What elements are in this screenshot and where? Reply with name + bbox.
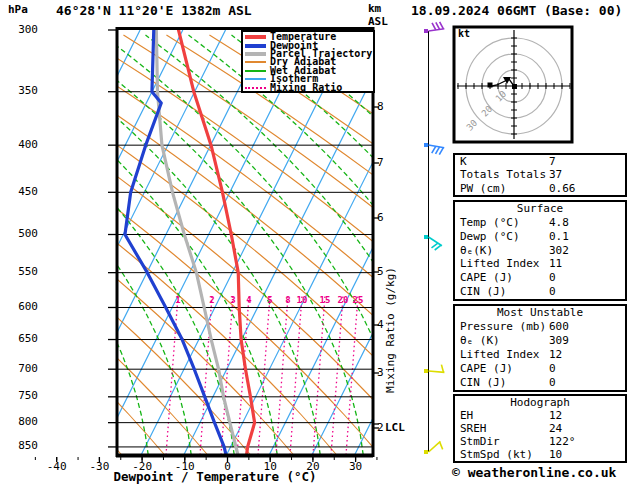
pressure-tick-label: 300 [4,24,38,36]
stat-label: Pressure (mb) [460,320,546,333]
wind-barb-500hpa [424,235,442,250]
wind-barb-400hpa [424,143,444,155]
stat-label: CAPE (J) [460,362,513,375]
km-tick-label: 6 [377,212,384,224]
km-tick-label: 4 [377,319,384,331]
stat-label: CAPE (J) [460,271,513,284]
pressure-tick-label: 350 [4,85,38,97]
stat-label: θₑ(K) [460,244,493,257]
table-row: SREH24 [455,422,625,435]
table-row: Temp (°C)4.8 [455,216,625,230]
table-row: PW (cm)0.66 [455,182,625,195]
table-row: K7 [455,155,625,168]
mixing-ratio-axis-label: Mixing Ratio (g/kg) [385,210,399,450]
pressure-tick-label: 850 [4,440,38,452]
stat-value: 7 [549,155,556,168]
curve-dewpoint [125,30,226,456]
stat-value: 4.8 [549,216,569,229]
mixing-ratio-value: 4 [240,296,258,305]
table-surface: SurfaceTemp (°C)4.8Dewp (°C)0.1θₑ(K)302L… [453,200,627,301]
stat-value: 0.66 [549,182,576,195]
legend-item: Mixing Ratio [245,83,373,91]
table-header-most-unstable: Most Unstable [455,306,625,320]
table-row: CAPE (J)0 [455,362,625,376]
mixing-ratio-value: 15 [316,296,334,305]
pressure-tick-label: 650 [4,333,38,345]
stat-value: 10 [549,448,562,461]
stat-label: EH [460,409,473,422]
table-row: Totals Totals37 [455,168,625,181]
stat-value: 600 [549,320,569,333]
table-row: EH12 [455,409,625,422]
stat-value: 0 [549,362,556,375]
stat-value: 0 [549,271,556,284]
pressure-tick-label: 700 [4,363,38,375]
wind-barb-sfc [424,441,443,454]
km-tick-label: 5 [377,266,384,278]
legend-label: Mixing Ratio [270,84,342,92]
table-row: StmSpd (kt)10 [455,448,625,461]
x-axis-title: Dewpoint / Temperature (°C) [60,470,370,483]
table-row: θₑ (K)309 [455,334,625,348]
legend-swatch-isotherm [245,78,266,80]
curve-parcel-trajectory [156,30,238,456]
stat-label: SREH [460,422,487,435]
mixing-ratio-value: 5 [261,296,279,305]
table-row: CAPE (J)0 [455,271,625,285]
page-title: 46°28'N 11°20'E 1382m ASL [56,4,252,18]
mixing-ratio-value: 10 [293,296,311,305]
hodograph-unit-label: kt [458,29,470,40]
plot-legend: TemperatureDewpointParcel TrajectoryDry … [241,30,375,93]
pressure-tick-label: 400 [4,139,38,151]
table-row: StmDir122° [455,435,625,448]
stat-label: StmDir [460,435,500,448]
wind-barb-700hpa [424,365,444,373]
copyright-label: © weatheronline.co.uk [452,466,616,480]
stat-label: K [460,155,467,168]
stat-label: CIN (J) [460,285,506,298]
alt-unit-line: ASL [368,15,396,28]
altitude-axis-unit: kmASL [368,2,396,28]
table-most-unstable: Most UnstablePressure (mb)600θₑ (K)309Li… [453,304,627,392]
stat-value: 12 [549,348,562,361]
km-tick-label: 2 [377,422,384,434]
stat-label: Lifted Index [460,257,539,270]
stat-label: PW (cm) [460,182,506,195]
stat-value: 0.1 [549,230,569,243]
legend-swatch-wet-adiabat [245,70,266,72]
pressure-tick-label: 600 [4,301,38,313]
stat-value: 37 [549,168,562,181]
pressure-axis-unit: hPa [8,4,28,16]
legend-swatch-mixing-ratio [245,87,266,89]
legend-swatch-dewpoint [245,44,266,48]
table-header-surface: Surface [455,202,625,216]
alt-unit-line: km [368,2,396,15]
legend-swatch-dry-adiabat [245,61,266,63]
legend-swatch-parcel-trajectory [245,52,266,56]
curve-temperature [179,30,255,456]
mixing-ratio-value: 1 [169,296,187,305]
datetime-label: 18.09.2024 06GMT (Base: 00) [411,4,622,18]
table-row: CIN (J)0 [455,285,625,299]
mixing-ratio-value: 25 [349,296,367,305]
wind-barb-300hpa [424,22,444,33]
stat-value: 302 [549,244,569,257]
mixing-ratio-value: 2 [203,296,221,305]
table-hodograph-stats: HodographEH12SREH24StmDir122°StmSpd (kt)… [453,394,627,463]
table-row: Lifted Index12 [455,348,625,362]
pressure-tick-label: 500 [4,228,38,240]
table-indices: K7Totals Totals37PW (cm)0.66 [453,153,627,197]
stat-label: Lifted Index [460,348,539,361]
pressure-tick-label: 450 [4,186,38,198]
table-row: Lifted Index11 [455,257,625,271]
pressure-tick-label: 750 [4,390,38,402]
stat-value: 309 [549,334,569,347]
stat-label: Dewp (°C) [460,230,520,243]
stat-label: Temp (°C) [460,216,520,229]
table-row: θₑ(K)302 [455,244,625,258]
stat-value: 0 [549,376,556,389]
km-tick-label: 3 [377,367,384,379]
stat-value: 11 [549,257,562,270]
stat-value: 0 [549,285,556,298]
pressure-tick-label: 800 [4,416,38,428]
